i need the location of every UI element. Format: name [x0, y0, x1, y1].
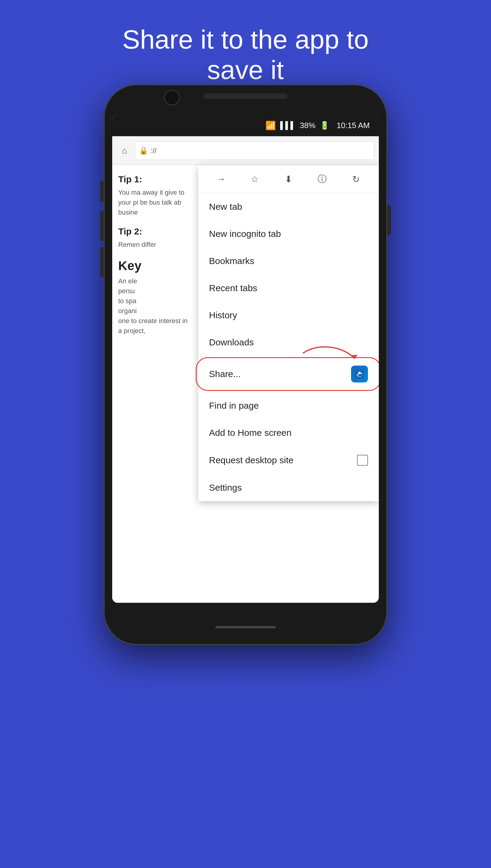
address-bar[interactable]: 🔒 :// [135, 142, 374, 160]
phone-shell: 📶 ▌▌▌ 38% 🔋 10:15 AM ⌂ 🔒 :// Tip 1: You … [104, 84, 387, 645]
tip1-text: You ma away it give to your pi be bus ta… [118, 187, 192, 217]
wifi-icon: 📶 [265, 121, 276, 130]
tip1-heading: Tip 1: [118, 174, 192, 184]
forward-icon: → [216, 174, 226, 184]
menu-item-history[interactable]: History [198, 302, 379, 329]
menu-item-share[interactable]: Share... [198, 357, 379, 391]
url-text: :// [150, 147, 156, 155]
battery-percent: 38% [300, 121, 315, 130]
mute-button [100, 247, 104, 277]
menu-item-settings[interactable]: Settings [198, 474, 379, 501]
info-icon: ⓘ [318, 173, 327, 185]
menu-item-find-in-page[interactable]: Find in page [198, 392, 379, 419]
menu-item-incognito[interactable]: New incognito tab [198, 220, 379, 247]
menu-item-add-home[interactable]: Add to Home screen [198, 419, 379, 446]
star-icon: ☆ [251, 174, 259, 184]
download-button[interactable]: ⬇ [280, 170, 297, 187]
red-arrow-annotation [294, 344, 361, 360]
download-icon: ⬇ [285, 174, 292, 184]
clock: 10:15 AM [337, 121, 370, 130]
menu-item-request-desktop[interactable]: Request desktop site [198, 446, 379, 474]
forward-button[interactable]: → [213, 170, 230, 187]
page-content: Tip 1: You ma away it give to your pi be… [112, 165, 198, 603]
volume-down-button [100, 211, 104, 241]
phone-screen: 📶 ▌▌▌ 38% 🔋 10:15 AM ⌂ 🔒 :// Tip 1: You … [112, 115, 379, 603]
share-app-icon [351, 366, 368, 382]
signal-strength-icon: ▌▌▌ [280, 121, 295, 130]
status-bar: 📶 ▌▌▌ 38% 🔋 10:15 AM [112, 115, 379, 136]
menu-item-bookmarks[interactable]: Bookmarks [198, 247, 379, 275]
power-button [387, 205, 391, 235]
tip2-text: Remen differ [118, 240, 192, 250]
key-heading: Key [118, 258, 192, 273]
refresh-button[interactable]: ↻ [347, 170, 364, 187]
battery-icon: 🔋 [320, 121, 329, 130]
page-background: Share it to the app to save it 📶 ▌▌▌ 38%… [0, 0, 491, 103]
volume-up-button [100, 181, 104, 202]
browser-toolbar: ⌂ 🔒 :// [112, 136, 379, 165]
front-camera [164, 90, 180, 105]
lock-icon: 🔒 [139, 147, 148, 155]
refresh-icon: ↻ [352, 174, 360, 184]
home-indicator [215, 626, 276, 628]
svg-point-2 [358, 372, 361, 374]
phone-speaker [203, 93, 288, 99]
home-button[interactable]: ⌂ [117, 143, 132, 158]
menu-item-new-tab[interactable]: New tab [198, 193, 379, 220]
info-button[interactable]: ⓘ [314, 170, 330, 187]
key-text: An elepersuto spaorganione to create int… [118, 276, 192, 336]
request-desktop-checkbox[interactable] [357, 455, 368, 466]
menu-icon-row: → ☆ ⬇ ⓘ ↻ [198, 165, 379, 193]
svg-marker-0 [350, 355, 358, 358]
dropdown-menu: → ☆ ⬇ ⓘ ↻ New t [198, 165, 379, 501]
menu-item-recent-tabs[interactable]: Recent tabs [198, 275, 379, 302]
bookmark-button[interactable]: ☆ [247, 170, 263, 187]
tip2-heading: Tip 2: [118, 226, 192, 237]
